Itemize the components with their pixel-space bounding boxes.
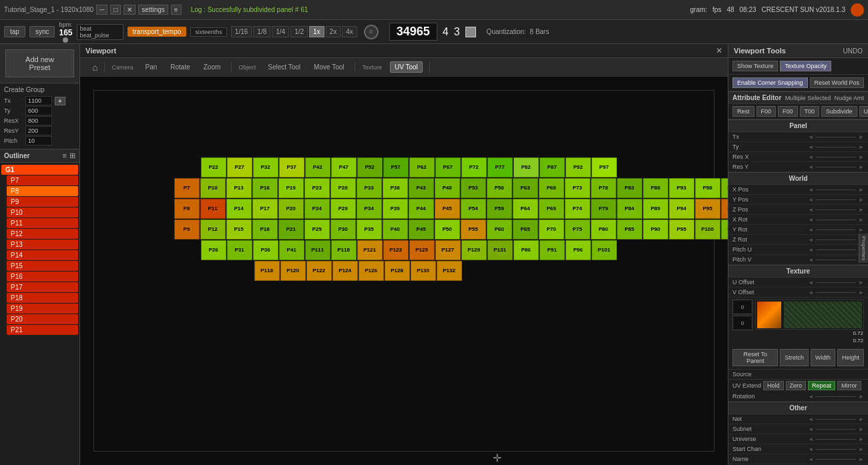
speed-knob[interactable]: ⊙: [364, 25, 379, 39]
outliner-item-p7[interactable]: P7: [7, 175, 78, 185]
panel-cell-r2-P33[interactable]: P33: [357, 178, 382, 198]
group-pitch-input[interactable]: [25, 136, 52, 145]
panel-cell-r3-P95[interactable]: P95: [695, 199, 720, 219]
panel-cell-r5-P118[interactable]: P118: [331, 240, 357, 260]
panel-cell-r4-P30[interactable]: P30: [331, 219, 356, 240]
texture-opacity-btn[interactable]: Texture Opacity: [780, 61, 831, 71]
panel-cell-r2-P28[interactable]: P28: [331, 178, 356, 198]
xrot-right-arrow[interactable]: ►: [859, 217, 864, 223]
panel-cell-r2-P7[interactable]: P7: [174, 178, 200, 198]
panel-cell-r4-P70[interactable]: P70: [539, 219, 564, 240]
div-4x[interactable]: 4x: [342, 26, 357, 37]
rotation-left-arrow[interactable]: ◄: [808, 394, 813, 400]
panel-cell-r4-P95b[interactable]: P95: [669, 219, 694, 240]
panel-cell-r2-P98[interactable]: P98: [695, 178, 720, 198]
ypos-right-arrow[interactable]: ►: [859, 197, 864, 203]
tx-left-arrow[interactable]: ◄: [808, 134, 813, 140]
zpos-left-arrow[interactable]: ◄: [808, 207, 813, 213]
panel-cell-r3-P14[interactable]: P14: [226, 199, 252, 219]
panel-cell-r2-P38[interactable]: P38: [383, 178, 408, 198]
panel-cell-P32[interactable]: P32: [253, 157, 278, 177]
maximize-btn[interactable]: □: [110, 5, 121, 15]
panel-cell-r5-P41[interactable]: P41: [279, 240, 304, 260]
panel-cell-r5-P123[interactable]: P123: [383, 240, 409, 260]
panel-cell-r4-P55[interactable]: P55: [461, 219, 486, 240]
panel-cell-r3-P54[interactable]: P54: [461, 199, 486, 219]
universe-left-arrow[interactable]: ◄: [808, 436, 813, 442]
panel-cell-P27[interactable]: P27: [227, 157, 252, 177]
group-tx-input[interactable]: [25, 96, 52, 105]
panel-cell-r5-P86[interactable]: P86: [513, 240, 539, 260]
uv-input-0[interactable]: 0: [732, 300, 752, 314]
viewport-close-btn[interactable]: ✕: [716, 46, 722, 55]
panel-cell-r6-P128[interactable]: P128: [385, 261, 410, 281]
f00-btn-2[interactable]: F00: [778, 106, 798, 117]
panel-cell-r3-P34[interactable]: P34: [357, 199, 382, 219]
pitchu-left-arrow[interactable]: ◄: [808, 247, 813, 253]
group-ty-input[interactable]: [25, 106, 52, 115]
panel-cell-r2-P10[interactable]: P10: [200, 178, 226, 198]
panel-cell-r3-P45b[interactable]: P45: [435, 199, 460, 219]
panel-cell-r2-P73[interactable]: P73: [565, 178, 590, 198]
panel-cell-r4-P25[interactable]: P25: [304, 219, 330, 240]
panel-cell-r5-P125[interactable]: P125: [409, 240, 435, 260]
panel-cell-r3-P24[interactable]: P24: [304, 199, 330, 219]
panel-cell-P67[interactable]: P67: [435, 157, 461, 177]
panel-cell-r3-P59[interactable]: P59: [487, 199, 512, 219]
panel-cell-r6-P118[interactable]: P118: [254, 261, 280, 281]
div-1-8[interactable]: 1/8: [253, 26, 270, 37]
t00-btn[interactable]: T00: [800, 106, 820, 117]
panel-cell-r5-P26[interactable]: P26: [201, 240, 226, 260]
panel-cell-r2-P43[interactable]: P43: [409, 178, 434, 198]
panel-cell-r3-P84[interactable]: P84: [617, 199, 642, 219]
panel-cell-r4-P18[interactable]: P18: [252, 219, 278, 240]
panel-cell-r3-P44[interactable]: P44: [409, 199, 434, 219]
panel-cell-P77[interactable]: P77: [487, 157, 513, 177]
uv-repeat-btn[interactable]: Repeat: [808, 381, 835, 390]
outliner-item-p11[interactable]: P11: [7, 218, 78, 228]
panel-cell-r5-P36[interactable]: P36: [253, 240, 278, 260]
panel-cell-r2-P13[interactable]: P13: [226, 178, 252, 198]
outliner-list-icon[interactable]: ≡: [63, 151, 67, 160]
yrot-left-arrow[interactable]: ◄: [808, 227, 813, 233]
panel-cell-r3-P74[interactable]: P74: [565, 199, 590, 219]
uv-hold-btn[interactable]: Hold: [763, 381, 784, 390]
div-1-4[interactable]: 1/4: [272, 26, 289, 37]
div-2x[interactable]: 2x: [326, 26, 341, 37]
rotation-right-arrow[interactable]: ►: [859, 394, 864, 400]
name-right-arrow[interactable]: ►: [859, 456, 864, 462]
panel-cell-r4-P15[interactable]: P15: [226, 219, 252, 240]
resy-left-arrow[interactable]: ◄: [808, 164, 813, 170]
subnet-right-arrow[interactable]: ►: [859, 426, 864, 432]
panel-cell-r4-P9[interactable]: P9: [174, 219, 200, 240]
stretch-btn[interactable]: Stretch: [780, 349, 809, 366]
outliner-item-p21[interactable]: P21: [7, 325, 78, 335]
xrot-left-arrow[interactable]: ◄: [808, 217, 813, 223]
settings-btn[interactable]: settings: [138, 5, 168, 15]
zpos-right-arrow[interactable]: ►: [859, 207, 864, 213]
panel-cell-r2-P93[interactable]: P93: [669, 178, 694, 198]
panel-cell-r3-P11[interactable]: P11: [200, 199, 226, 219]
panel-cell-P42[interactable]: P42: [305, 157, 331, 177]
panel-cell-r3-P94[interactable]: P94: [669, 199, 694, 219]
panel-cell-r2-P58[interactable]: P58: [487, 178, 512, 198]
panel-cell-r4-P21[interactable]: P21: [278, 219, 304, 240]
panel-cell-r5-P129[interactable]: P129: [461, 240, 487, 260]
panel-cell-r4-P80[interactable]: P80: [591, 219, 616, 240]
outliner-item-p9[interactable]: P9: [7, 197, 78, 207]
panel-cell-r6-P120[interactable]: P120: [280, 261, 306, 281]
panel-cell-P62[interactable]: P62: [409, 157, 435, 177]
panel-cell-P47[interactable]: P47: [331, 157, 357, 177]
panel-cell-r4-P100b[interactable]: P100: [695, 219, 720, 240]
uv-input-1[interactable]: 0: [732, 316, 752, 330]
panel-cell-r6-P122[interactable]: P122: [306, 261, 332, 281]
outliner-item-p20[interactable]: P20: [7, 314, 78, 324]
panel-cell-r4-P40[interactable]: P40: [383, 219, 408, 240]
group-resx-input[interactable]: [25, 116, 52, 125]
panel-cell-r3-P17[interactable]: P17: [252, 199, 278, 219]
panel-cell-P87[interactable]: P87: [539, 157, 565, 177]
rotate-tool[interactable]: Rotate: [166, 62, 194, 72]
outliner-item-p12[interactable]: P12: [7, 229, 78, 239]
ypos-left-arrow[interactable]: ◄: [808, 197, 813, 203]
panel-cell-r4-P35[interactable]: P35: [357, 219, 382, 240]
